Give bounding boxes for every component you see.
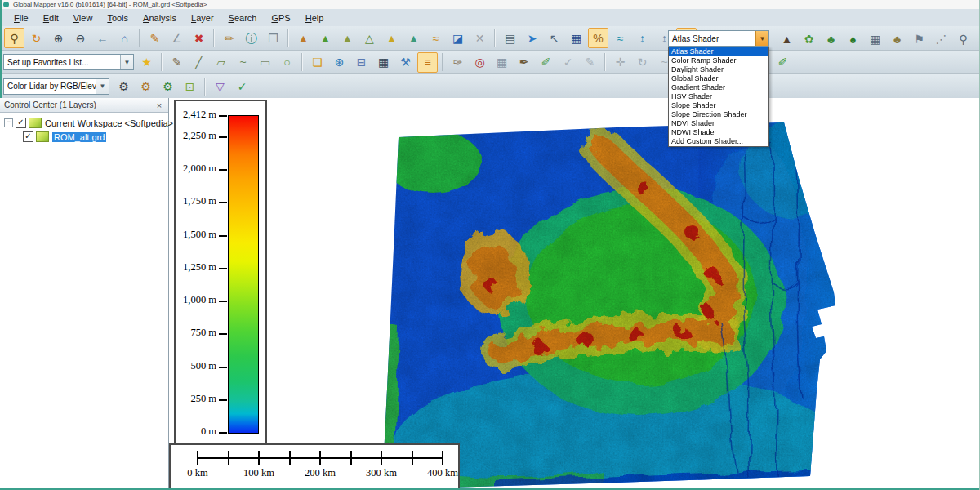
shader-option-10[interactable]: Add Custom Shader... — [669, 137, 768, 146]
coord-pen-button[interactable]: ✑ — [448, 52, 468, 73]
landcover-flag-button[interactable]: ⚑ — [909, 29, 929, 49]
terrain-gear-button[interactable]: ⚙ — [136, 76, 156, 96]
map-view[interactable]: 2,412 m2,250 m2,000 m1,750 m1,500 m1,250… — [169, 98, 980, 490]
landcover-mountains-button[interactable]: ▲ — [777, 29, 797, 49]
edit-pen-disabled-button[interactable]: ✎ — [580, 52, 600, 73]
shader-combobox[interactable]: Atlas Shader ▼ — [668, 30, 769, 47]
create-elevation-grid-button[interactable]: ▲ — [293, 28, 314, 48]
zoom-home-button[interactable]: ⌂ — [114, 28, 135, 48]
zoom-out-button[interactable]: ⊖ — [70, 28, 91, 48]
menu-item-file[interactable]: File — [7, 11, 36, 24]
map-config-button[interactable]: ≡ — [417, 52, 438, 73]
menu-item-analysis[interactable]: Analysis — [136, 11, 184, 24]
chevron-down-icon[interactable]: ▼ — [120, 55, 133, 69]
favorites-combobox[interactable]: Set up Favorites List... ▼ — [3, 54, 134, 70]
shader-option-3[interactable]: Global Shader — [669, 74, 768, 83]
open-file-button[interactable]: ❏ — [307, 52, 327, 73]
map-cursor-button[interactable]: ↖ — [544, 28, 564, 48]
layer-checkbox[interactable]: ✓ — [23, 131, 33, 142]
digitizer-freehand-button[interactable]: ~ — [233, 52, 253, 73]
menu-item-help[interactable]: Help — [298, 11, 332, 24]
tools-config-button[interactable]: ⚒ — [395, 52, 416, 73]
clear-workspace-button[interactable]: ✕ — [470, 28, 490, 48]
watershed-button[interactable]: ▲ — [381, 28, 402, 48]
save-workspace-button[interactable]: ⊟ — [351, 52, 372, 73]
menu-item-view[interactable]: View — [66, 11, 100, 24]
landcover-shrub-button[interactable]: ♣ — [821, 29, 841, 49]
landcover-palm-button[interactable]: ♣ — [887, 29, 907, 49]
shader-option-5[interactable]: HSV Shader — [669, 92, 768, 101]
gps-tool-button[interactable]: ➤ — [522, 28, 542, 48]
menu-item-gps[interactable]: GPS — [264, 11, 297, 24]
digitizer-circle-button[interactable]: ○ — [277, 52, 297, 73]
digitizer-rect-button[interactable]: ▭ — [255, 52, 275, 73]
control-center-button[interactable]: ▤ — [500, 28, 520, 48]
scatter-points-button[interactable]: ⋰ — [931, 29, 951, 49]
open-online-button[interactable]: ⊛ — [329, 52, 350, 73]
select-box-button[interactable]: ⊡ — [180, 76, 200, 96]
layer-options-gear-button[interactable]: ⚙ — [114, 76, 134, 96]
verify-check-button[interactable]: ✓ — [558, 52, 578, 73]
lidar-classify-button[interactable]: ≈ — [610, 28, 630, 48]
rotate-tool-button[interactable]: ↻ — [632, 52, 653, 73]
tree-row-workspace[interactable]: − ✓ Current Workspace <Softpedia> — [2, 116, 167, 130]
digitizer-point-button[interactable]: ✎ — [167, 52, 187, 73]
landcover-tree-button[interactable]: ♠ — [843, 29, 863, 49]
digitizer-tool-button[interactable]: ✎ — [145, 28, 165, 48]
digitizer-line-button[interactable]: ╱ — [189, 52, 209, 73]
attach-pen-button[interactable]: ✒ — [514, 52, 534, 73]
landcover-urban-button[interactable]: ▦ — [865, 29, 885, 49]
terrain-paint-button[interactable]: ▲ — [403, 28, 424, 48]
map-canvas[interactable] — [372, 119, 852, 490]
shader-option-8[interactable]: NDVI Shader — [669, 119, 768, 128]
zoom-previous-button[interactable]: ← — [92, 28, 113, 48]
menu-item-tools[interactable]: Tools — [100, 11, 136, 24]
workspace-checkbox[interactable]: ✓ — [16, 118, 26, 128]
apply-edit-button[interactable]: ✓ — [232, 76, 252, 96]
chevron-down-icon[interactable]: ▼ — [755, 31, 768, 46]
terrain-layers-button[interactable]: ▲ — [315, 28, 336, 48]
measure-tool-button[interactable]: ∠ — [167, 28, 187, 48]
shader-option-1[interactable]: Color Ramp Shader — [669, 56, 768, 65]
shader-option-9[interactable]: NDWI Shader — [669, 128, 768, 137]
grid-pen-button[interactable]: ▦ — [492, 52, 512, 73]
workspace-label[interactable]: Current Workspace <Softpedia> — [45, 118, 173, 128]
zoom-tool-button[interactable]: ⚲ — [4, 28, 24, 48]
landcover-grass-button[interactable]: ✿ — [799, 29, 819, 49]
terrain-analysis-button[interactable]: ▲ — [337, 28, 358, 48]
shader-option-0[interactable]: Atlas Shader — [669, 47, 768, 56]
feature-info-button[interactable]: ⓘ — [241, 28, 261, 48]
paint-pen-button[interactable]: ✐ — [773, 52, 793, 73]
view-shed-button[interactable]: △ — [359, 28, 380, 48]
layer-label[interactable]: ROM_alt.grd — [52, 132, 106, 142]
zoom-in-button[interactable]: ⊕ — [48, 28, 69, 48]
shader-option-6[interactable]: Slope Shader — [669, 101, 768, 110]
zoom-full-button[interactable]: ↻ — [26, 28, 47, 48]
export-grid-button[interactable]: ▦ — [373, 52, 394, 73]
shader-option-7[interactable]: Slope Direction Shader — [669, 110, 768, 119]
shader-option-4[interactable]: Gradient Shader — [669, 83, 768, 92]
filter-tool-button[interactable]: ▽ — [210, 76, 230, 96]
map-layout-button[interactable]: ▦ — [566, 28, 586, 48]
move-tool-button[interactable]: ✛ — [610, 52, 630, 73]
delete-feature-button[interactable]: ✖ — [189, 28, 209, 48]
shader-option-2[interactable]: Daylight Shader — [669, 65, 768, 74]
raster-options-button[interactable]: ◪ — [448, 28, 468, 48]
lidar-filter-button[interactable]: ↕ — [632, 28, 653, 48]
favorites-star-button[interactable]: ★ — [136, 52, 157, 73]
ratio-shader-button[interactable]: % — [588, 28, 608, 48]
menu-item-layer[interactable]: Layer — [184, 11, 221, 24]
move-pen-button[interactable]: ✐ — [536, 52, 556, 73]
menu-item-search[interactable]: Search — [221, 11, 265, 24]
tree-expander-icon[interactable]: − — [4, 118, 13, 127]
close-icon[interactable]: × — [154, 100, 164, 110]
tree-row-layer[interactable]: ✓ ROM_alt.grd — [23, 130, 167, 144]
feature-search-button[interactable]: ❒ — [263, 28, 283, 48]
edit-feature-button[interactable]: ✏ — [219, 28, 239, 48]
flatten-terrain-button[interactable]: ≈ — [425, 28, 446, 48]
lidar-combobox[interactable]: Color Lidar by RGB/Elev ▼ — [3, 78, 109, 95]
chevron-down-icon[interactable]: ▼ — [96, 79, 109, 94]
digitizer-area-button[interactable]: ▱ — [211, 52, 231, 73]
menu-item-edit[interactable]: Edit — [36, 11, 66, 24]
search-location-button[interactable]: ⚲ — [953, 29, 973, 49]
